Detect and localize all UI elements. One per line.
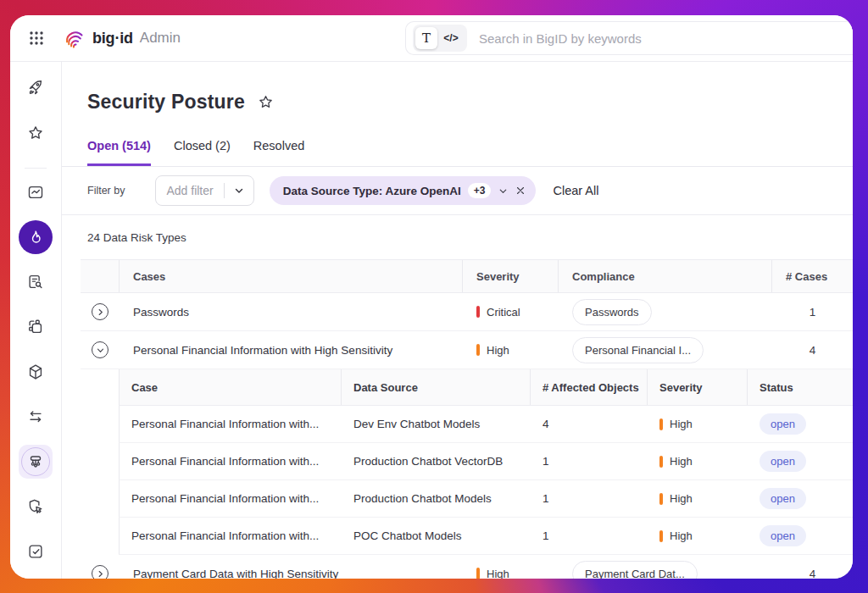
focus-ring bbox=[21, 447, 50, 476]
chevron-right-icon bbox=[96, 569, 105, 579]
filter-bar: Filter by Add filter Data Source Type: A… bbox=[62, 167, 853, 215]
case-name: Personal Financial Information with High… bbox=[120, 344, 463, 357]
main-content: Security Posture Open (514) Closed (2) R… bbox=[62, 62, 853, 579]
favorite-star-icon[interactable] bbox=[257, 93, 275, 111]
search-input[interactable]: Search in BigID by keywords bbox=[479, 31, 642, 46]
severity-label: High bbox=[670, 418, 693, 430]
nested-row[interactable]: Personal Financial Information with... P… bbox=[119, 518, 853, 555]
status-tabs: Open (514) Closed (2) Resolved bbox=[62, 139, 853, 167]
nested-case: Personal Financial Information with... bbox=[120, 455, 342, 468]
page-header: Security Posture bbox=[62, 62, 853, 114]
nav-sidebar bbox=[10, 62, 62, 579]
status-badge[interactable]: open bbox=[760, 413, 806, 435]
status-badge[interactable]: open bbox=[760, 525, 806, 546]
risk-types-count: 24 Data Risk Types bbox=[62, 215, 853, 259]
cases-column-header: Cases bbox=[120, 260, 463, 292]
table-row-payment-card[interactable]: Payment Card Data with High Sensitivity … bbox=[81, 555, 853, 579]
case-count: 1 bbox=[772, 306, 853, 319]
status-badge[interactable]: open bbox=[760, 451, 806, 472]
dashboard-image-icon[interactable] bbox=[19, 175, 53, 209]
count-column-header: # Cases bbox=[772, 260, 853, 292]
severity-bar-high bbox=[476, 568, 480, 579]
status-badge[interactable]: open bbox=[760, 488, 806, 509]
data-network-icon[interactable] bbox=[19, 445, 53, 479]
compliance-pill: Payment Card Dat... bbox=[572, 561, 698, 579]
tab-resolved[interactable]: Resolved bbox=[253, 139, 304, 166]
tab-closed[interactable]: Closed (2) bbox=[174, 139, 231, 166]
severity-label: High bbox=[670, 455, 693, 468]
global-search[interactable]: T </> Search in BigID by keywords bbox=[405, 21, 853, 55]
severity-column-header: Severity bbox=[648, 369, 748, 405]
transfer-arrows-icon[interactable] bbox=[19, 400, 53, 434]
severity-bar-critical bbox=[476, 306, 480, 318]
nested-affected-count: 4 bbox=[531, 418, 648, 430]
rocket-icon[interactable] bbox=[19, 71, 53, 105]
expand-row-button[interactable] bbox=[92, 303, 108, 320]
collapse-row-button[interactable] bbox=[92, 341, 108, 358]
severity-label: High bbox=[487, 568, 509, 579]
star-icon[interactable] bbox=[19, 116, 53, 150]
clear-all-button[interactable]: Clear All bbox=[553, 184, 598, 197]
severity-label: High bbox=[487, 344, 509, 357]
filter-chip-more-badge[interactable]: +3 bbox=[468, 183, 492, 198]
search-mode-toggles: T </> bbox=[413, 25, 467, 52]
nested-row[interactable]: Personal Financial Information with... P… bbox=[119, 443, 853, 480]
page-title: Security Posture bbox=[87, 91, 245, 114]
filter-by-label: Filter by bbox=[87, 185, 125, 197]
nested-row[interactable]: Personal Financial Information with... D… bbox=[119, 406, 853, 443]
classification-scan-icon[interactable] bbox=[19, 310, 53, 344]
query-search-toggle[interactable]: </> bbox=[437, 32, 465, 44]
chevron-down-icon[interactable] bbox=[498, 186, 509, 197]
nested-data-source: Dev Env Chatbot Models bbox=[342, 418, 531, 430]
nested-row[interactable]: Personal Financial Information with... P… bbox=[119, 480, 853, 518]
severity-label: Critical bbox=[487, 306, 520, 319]
status-column-header: Status bbox=[748, 369, 853, 405]
brand-name: big·id bbox=[92, 30, 133, 47]
severity-bar-high bbox=[659, 493, 663, 505]
nested-data-source: Production Chatbot VectorDB bbox=[342, 455, 531, 468]
chevron-right-icon bbox=[96, 308, 105, 317]
nested-data-source: POC Chatbot Models bbox=[342, 529, 531, 542]
add-filter-placeholder: Add filter bbox=[166, 184, 213, 197]
add-filter-separator bbox=[224, 183, 225, 198]
nested-case: Personal Financial Information with... bbox=[120, 418, 342, 430]
sidebar-divider bbox=[25, 168, 47, 169]
shield-pointer-icon[interactable] bbox=[19, 490, 53, 524]
report-search-icon[interactable] bbox=[19, 265, 53, 299]
affected-objects-column-header: # Affected Objects bbox=[531, 369, 648, 405]
nested-affected-count: 1 bbox=[531, 492, 648, 505]
cube-icon[interactable] bbox=[19, 355, 53, 389]
severity-column-header: Severity bbox=[463, 260, 559, 292]
severity-bar-high bbox=[659, 456, 663, 468]
nested-table-header: Case Data Source # Affected Objects Seve… bbox=[119, 369, 853, 406]
active-filter-chip[interactable]: Data Source Type: Azure OpenAI +3 bbox=[270, 176, 537, 205]
compliance-pill: Passwords bbox=[572, 299, 652, 325]
severity-label: High bbox=[670, 492, 693, 505]
text-search-toggle[interactable]: T bbox=[415, 27, 437, 49]
risk-flame-icon[interactable] bbox=[19, 220, 53, 254]
cases-table-header: Cases Severity Compliance # Cases bbox=[81, 259, 853, 293]
task-checkbox-icon[interactable] bbox=[19, 535, 53, 568]
nested-affected-count: 1 bbox=[531, 529, 648, 542]
expand-row-button[interactable] bbox=[92, 565, 108, 579]
compliance-column-header: Compliance bbox=[559, 260, 772, 292]
severity-bar-high bbox=[659, 530, 663, 542]
brand-suffix: Admin bbox=[140, 30, 181, 47]
tab-open[interactable]: Open (514) bbox=[87, 139, 151, 166]
nested-case: Personal Financial Information with... bbox=[120, 492, 342, 505]
severity-label: High bbox=[670, 529, 693, 542]
brand-logo[interactable]: big·id Admin bbox=[63, 27, 181, 50]
severity-bar-high bbox=[476, 344, 480, 356]
add-filter-dropdown[interactable]: Add filter bbox=[155, 175, 253, 206]
chevron-down-icon bbox=[96, 346, 105, 355]
app-launcher-icon[interactable] bbox=[29, 30, 44, 46]
data-source-column-header: Data Source bbox=[342, 369, 531, 405]
table-row-passwords[interactable]: Passwords Critical Passwords 1 bbox=[81, 293, 853, 331]
case-count: 4 bbox=[772, 568, 853, 579]
close-icon[interactable] bbox=[515, 186, 526, 196]
filter-chip-label: Data Source Type: Azure OpenAI bbox=[283, 185, 461, 197]
table-row-personal-financial[interactable]: Personal Financial Information with High… bbox=[81, 331, 853, 369]
nested-case: Personal Financial Information with... bbox=[120, 529, 342, 542]
nested-affected-count: 1 bbox=[531, 455, 648, 468]
severity-bar-high bbox=[659, 418, 663, 430]
